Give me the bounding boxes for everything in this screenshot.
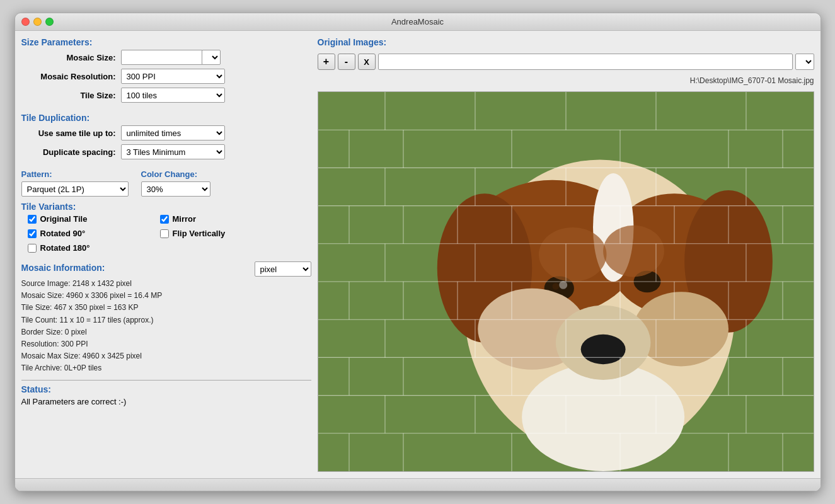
svg-point-14	[633, 292, 728, 366]
info-line-1: Source Image: 2148 x 1432 pixel	[21, 278, 311, 290]
variant-rotated-180-label: Rotated 180°	[40, 243, 90, 253]
variant-rotated-180: Rotated 180°	[28, 243, 154, 253]
main-content: Size Parameters: Mosaic Size: A3 Mosaic …	[15, 31, 821, 478]
minimize-button[interactable]	[33, 18, 42, 26]
info-line-5: Border Size: 0 pixel	[21, 326, 311, 338]
variant-rotated-90: Rotated 90°	[28, 229, 154, 238]
svg-point-8	[559, 281, 567, 289]
size-parameters-section: Size Parameters: Mosaic Size: A3 Mosaic …	[21, 37, 311, 106]
image-controls: + - X H:\Desktop\IMG_6707-01.jpg	[318, 54, 814, 70]
close-button[interactable]	[21, 18, 30, 26]
title-bar: AndreaMosaic	[15, 13, 821, 31]
svg-point-19	[580, 335, 625, 364]
color-change-col: Color Change: 30% 0% 10% 20% 40%	[141, 169, 210, 197]
mosaic-info-text: Source Image: 2148 x 1432 pixel Mosaic S…	[21, 278, 311, 375]
variant-rotated-180-checkbox[interactable]	[28, 244, 37, 253]
mosaic-size-label: Mosaic Size:	[21, 53, 116, 62]
image-path-input[interactable]: H:\Desktop\IMG_6707-01.jpg	[378, 54, 793, 70]
mosaic-preview	[318, 91, 814, 472]
output-path-text: H:\Desktop\IMG_6707-01 Mosaic.jpg	[318, 76, 814, 85]
left-panel: Size Parameters: Mosaic Size: A3 Mosaic …	[21, 37, 311, 472]
status-section: Status: All Parameters are correct :-)	[21, 380, 311, 406]
info-line-8: Tile Archive: 0L+0P tiles	[21, 362, 311, 374]
right-panel: Original Images: + - X H:\Desktop\IMG_67…	[318, 37, 814, 472]
add-image-button[interactable]: +	[318, 54, 335, 70]
svg-point-16	[539, 227, 607, 282]
status-text: All Parameters are correct :-)	[21, 397, 311, 406]
variant-original-tile: Original Tile	[28, 214, 154, 224]
use-same-tile-dropdown[interactable]: unlimited times 1 time 2 times	[121, 125, 225, 140]
original-images-title: Original Images:	[318, 37, 814, 47]
tile-size-label: Tile Size:	[21, 91, 116, 100]
size-parameters-title: Size Parameters:	[21, 37, 311, 47]
color-change-dropdown[interactable]: 30% 0% 10% 20% 40%	[141, 181, 210, 197]
bottom-bar	[15, 478, 821, 491]
variant-original-tile-checkbox[interactable]	[28, 215, 37, 224]
duplicate-spacing-dropdown[interactable]: 3 Tiles Minimum 1 Tile Minimum 5 Tiles M…	[121, 144, 225, 159]
window-controls	[21, 18, 54, 26]
mosaic-size-input[interactable]: A3	[121, 50, 203, 65]
color-change-label: Color Change:	[141, 169, 210, 179]
duplicate-spacing-label: Duplicate spacing:	[21, 147, 116, 157]
duplicate-spacing-row: Duplicate spacing: 3 Tiles Minimum 1 Til…	[21, 144, 311, 159]
mosaic-resolution-dropdown[interactable]: 300 PPI 150 PPI 72 PPI	[121, 69, 225, 84]
variant-original-tile-label: Original Tile	[40, 214, 88, 224]
mosaic-info-section: Mosaic Information: pixel cm inch Source…	[21, 261, 311, 375]
tile-size-row: Tile Size: 100 tiles 50 tiles 200 tiles	[21, 88, 311, 103]
use-same-tile-row: Use same tile up to: unlimited times 1 t…	[21, 125, 311, 140]
variant-mirror-checkbox[interactable]	[160, 215, 169, 224]
mosaic-size-dropdown[interactable]	[202, 50, 221, 65]
variant-flip-vertically: Flip Vertically	[160, 229, 286, 238]
pattern-col: Pattern: Parquet (2L 1P) Square Hexagona…	[21, 169, 129, 197]
pattern-label: Pattern:	[21, 169, 129, 179]
unit-dropdown[interactable]: pixel cm inch	[255, 261, 311, 277]
variant-flip-vertically-checkbox[interactable]	[160, 229, 169, 238]
variant-flip-vertically-label: Flip Vertically	[173, 229, 226, 238]
mosaic-info-title: Mosaic Information:	[21, 263, 105, 273]
svg-point-17	[603, 226, 664, 277]
info-line-4: Tile Count: 11 x 10 = 117 tiles (approx.…	[21, 314, 311, 326]
tile-variants-grid: Original Tile Mirror Rotated 90° Flip Ve…	[28, 214, 311, 255]
mosaic-image-svg	[318, 92, 814, 471]
window-title: AndreaMosaic	[391, 17, 444, 26]
svg-point-20	[552, 283, 559, 290]
info-line-6: Resolution: 300 PPI	[21, 338, 311, 350]
mosaic-info-header: Mosaic Information: pixel cm inch	[21, 261, 311, 277]
info-line-3: Tile Size: 467 x 350 pixel = 163 KP	[21, 302, 311, 314]
app-window: AndreaMosaic Size Parameters: Mosaic Siz…	[14, 13, 821, 491]
variant-mirror: Mirror	[160, 214, 286, 224]
variant-mirror-label: Mirror	[173, 214, 197, 224]
mosaic-resolution-row: Mosaic Resolution: 300 PPI 150 PPI 72 PP…	[21, 69, 311, 84]
mosaic-size-row: Mosaic Size: A3	[21, 50, 311, 65]
status-title: Status:	[21, 384, 311, 394]
clear-images-button[interactable]: X	[358, 54, 376, 70]
tile-variants-title: Tile Variants:	[21, 202, 311, 212]
tile-variants-section: Tile Variants: Original Tile Mirror Rota…	[21, 202, 311, 255]
image-path-dropdown[interactable]	[795, 54, 814, 70]
tile-duplication-title: Tile Duplication:	[21, 113, 311, 123]
variant-rotated-90-checkbox[interactable]	[28, 229, 37, 238]
maximize-button[interactable]	[45, 18, 54, 26]
variant-rotated-90-label: Rotated 90°	[40, 229, 86, 238]
tile-duplication-section: Tile Duplication: Use same tile up to: u…	[21, 113, 311, 163]
pattern-dropdown[interactable]: Parquet (2L 1P) Square Hexagonal	[21, 181, 129, 197]
info-line-2: Mosaic Size: 4960 x 3306 pixel = 16.4 MP	[21, 290, 311, 302]
mosaic-resolution-label: Mosaic Resolution:	[21, 72, 116, 81]
info-line-7: Mosaic Max Size: 4960 x 3425 pixel	[21, 350, 311, 362]
pattern-color-section: Pattern: Parquet (2L 1P) Square Hexagona…	[21, 169, 311, 197]
remove-image-button[interactable]: -	[338, 54, 355, 70]
use-same-tile-label: Use same tile up to:	[21, 129, 116, 138]
tile-size-dropdown[interactable]: 100 tiles 50 tiles 200 tiles	[121, 88, 225, 103]
